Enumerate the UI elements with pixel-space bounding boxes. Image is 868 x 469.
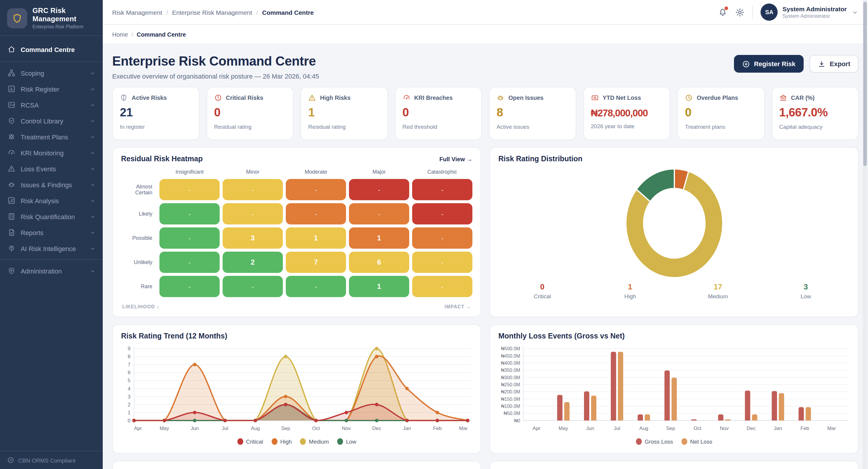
chevron-down-icon: [90, 150, 96, 156]
sidebar: GRC Risk Management Enterprise Risk Plat…: [0, 0, 103, 469]
sidebar-item-loss-events[interactable]: Loss Events: [0, 161, 103, 177]
sidebar-item-risk-quantification[interactable]: Risk Quantification: [0, 208, 103, 225]
bar-chart: ₦0₦50.0M₦100.0M₦150.0M₦200.0M₦250.0M₦300…: [498, 344, 850, 437]
breadcrumb-item[interactable]: Enterprise Risk Management: [172, 8, 252, 16]
donut-stat-label: Critical: [498, 293, 586, 299]
bar-net-loss-jun: [591, 396, 596, 420]
donut-stat-low: 3 Low: [762, 282, 850, 299]
heatmap-cell[interactable]: -: [223, 203, 283, 225]
sidebar-item-reports[interactable]: Reports: [0, 225, 103, 240]
heatmap-cell[interactable]: -: [159, 252, 220, 273]
sidebar-item-ai-risk-intelligence[interactable]: AI Risk Intelligence: [0, 240, 103, 256]
scrollbar-thumb[interactable]: [863, 2, 867, 166]
bar-chart-legend: Gross LossNet Loss: [498, 438, 850, 446]
heatmap-cell[interactable]: -: [286, 203, 346, 225]
heatmap-cell[interactable]: 2: [223, 252, 283, 273]
kpi-label: High Risks: [320, 94, 350, 101]
shield-icon: [120, 94, 128, 101]
chevron-down-icon: [90, 70, 96, 76]
heatmap-cell[interactable]: 1: [349, 276, 409, 297]
heatmap-cell[interactable]: 3: [223, 227, 283, 249]
heatmap-cell[interactable]: 1: [349, 227, 409, 249]
heatmap-cell[interactable]: -: [349, 179, 409, 200]
sidebar-item-risk-register[interactable]: Risk Register: [0, 81, 103, 97]
legend-item-medium[interactable]: Medium: [300, 438, 329, 445]
svg-text:Sep: Sep: [281, 426, 290, 431]
sidebar-item-treatment-plans[interactable]: Treatment Plans: [0, 129, 103, 145]
chevron-down-icon: [90, 268, 96, 274]
legend-dot: [636, 438, 642, 445]
kri-status-card: KRI Status Overview KRI Dashboard →: [112, 461, 481, 469]
heatmap-impact-label: Major: [349, 169, 409, 176]
risk-distribution-card: Risk Rating Distribution 0 Critical1 Hig…: [490, 147, 859, 317]
chevron-down-icon: [90, 182, 96, 187]
risk-trend-card: Risk Rating Trend (12 Months) 0123456789…: [112, 324, 481, 453]
line-chart: 0123456789AprMayJunJulAugSepOctNovDecJan…: [121, 344, 472, 437]
heatmap-cell[interactable]: -: [223, 276, 283, 297]
legend-item-gross-loss[interactable]: Gross Loss: [636, 438, 673, 445]
scrollbar-track[interactable]: [863, 0, 867, 469]
heatmap-cell[interactable]: 1: [286, 227, 346, 249]
heatmap-cell[interactable]: -: [286, 276, 346, 297]
heatmap-cell[interactable]: -: [412, 179, 472, 200]
legend-label: Critical: [246, 438, 263, 445]
sidebar-item-control-library[interactable]: Control Library: [0, 113, 103, 129]
sidebar-item-command-centre[interactable]: Command Centre: [0, 40, 103, 58]
sidebar-item-rcsa[interactable]: RCSA: [0, 97, 103, 113]
nav-divider: [0, 259, 103, 260]
heatmap-card: Residual Risk Heatmap Full View → Insign…: [112, 147, 481, 317]
svg-text:Mar: Mar: [827, 426, 836, 431]
sidebar-item-kri-monitoring[interactable]: KRI Monitoring: [0, 145, 103, 161]
bar-gross-loss-jan: [772, 391, 777, 420]
heatmap-cell[interactable]: -: [159, 276, 220, 297]
page-subtitle: Executive overview of organisational ris…: [112, 72, 319, 80]
heatmap-cell[interactable]: 7: [286, 252, 346, 273]
heatmap-full-view-link[interactable]: Full View →: [439, 156, 472, 162]
heatmap-cell[interactable]: -: [412, 252, 472, 273]
heatmap-cell[interactable]: -: [286, 179, 346, 200]
svg-text:₦500.0M: ₦500.0M: [501, 346, 520, 351]
notifications-button[interactable]: [718, 7, 728, 17]
export-button[interactable]: Export: [810, 55, 859, 72]
svg-text:May: May: [559, 426, 568, 431]
heatmap-cell[interactable]: -: [223, 179, 283, 200]
donut-stat-value: 3: [762, 282, 850, 291]
heatmap-cell[interactable]: -: [159, 227, 220, 249]
legend-dot: [337, 438, 343, 445]
legend-item-low[interactable]: Low: [337, 438, 356, 445]
legend-item-net-loss[interactable]: Net Loss: [681, 438, 712, 445]
user-menu[interactable]: SA System Administrator System Administr…: [761, 4, 859, 21]
sidebar-item-administration[interactable]: Administration: [0, 263, 103, 279]
svg-text:6: 6: [128, 370, 130, 375]
nav-divider: [0, 61, 103, 62]
breadcrumb-separator: /: [256, 8, 258, 16]
kpi-sublabel: Capital adequacy: [779, 123, 851, 130]
gauge-icon: [402, 94, 410, 101]
sidebar-item-issues-findings[interactable]: Issues & Findings: [0, 177, 103, 193]
shield-check-icon: [7, 117, 15, 125]
legend-item-critical[interactable]: Critical: [237, 438, 263, 445]
breadcrumb-home[interactable]: Home: [112, 31, 128, 37]
heatmap-cell[interactable]: -: [412, 227, 472, 249]
settings-button[interactable]: [736, 7, 745, 17]
svg-text:Jul: Jul: [222, 426, 228, 431]
kpi-card-open-issues: Open Issues 8 Active issues: [489, 87, 576, 140]
legend-item-high[interactable]: High: [271, 438, 292, 445]
kpi-label: CAR (%): [791, 94, 814, 101]
chevron-down-icon: [90, 118, 96, 124]
sidebar-nav: Command Centre Scoping Risk Register RCS…: [0, 36, 103, 451]
register-risk-button[interactable]: Register Risk: [734, 55, 804, 72]
breadcrumb-separator: /: [131, 31, 133, 37]
heatmap-cell[interactable]: -: [349, 203, 409, 225]
kpi-label: KRI Breaches: [414, 94, 453, 101]
heatmap-cell[interactable]: -: [159, 203, 220, 225]
bar-gross-loss-jul: [611, 352, 616, 420]
breadcrumb-item[interactable]: Risk Management: [112, 8, 162, 16]
heatmap-cell[interactable]: -: [412, 203, 472, 225]
heatmap-cell[interactable]: 6: [349, 252, 409, 273]
sidebar-item-scoping[interactable]: Scoping: [0, 65, 103, 81]
heatmap-cell[interactable]: -: [159, 179, 220, 200]
kpi-sublabel: Residual rating: [214, 123, 286, 130]
heatmap-cell[interactable]: -: [412, 276, 472, 297]
sidebar-item-risk-analysis[interactable]: Risk Analysis: [0, 193, 103, 208]
